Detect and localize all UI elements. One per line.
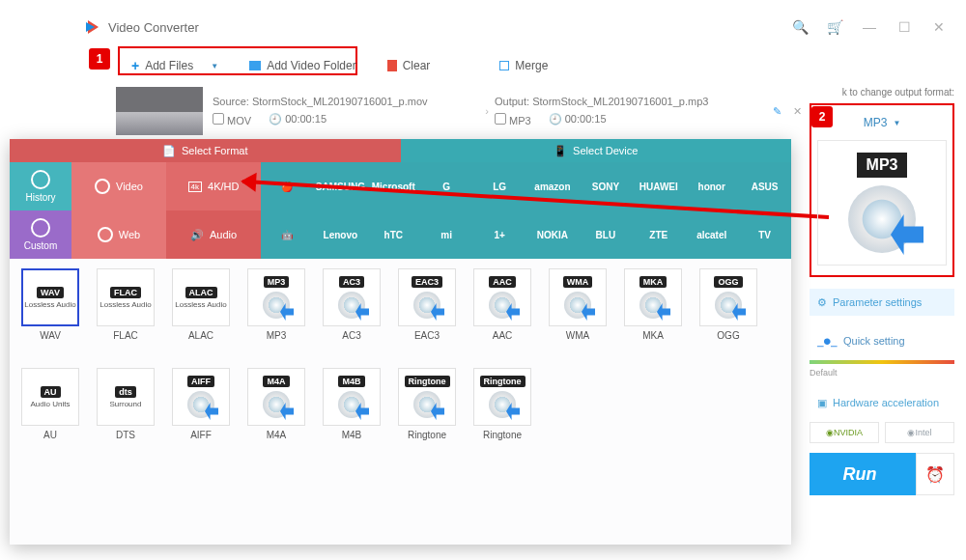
merge-label: Merge bbox=[515, 59, 548, 72]
brand-item[interactable]: 1+ bbox=[473, 230, 526, 240]
tab-select-device[interactable]: 📱 Select Device bbox=[401, 139, 792, 162]
brand-item[interactable]: ASUS bbox=[738, 182, 791, 192]
add-folder-button[interactable]: Add Video Folder bbox=[234, 48, 372, 83]
history-icon bbox=[31, 170, 50, 189]
trash-icon bbox=[387, 60, 397, 71]
sidebar-history[interactable]: History bbox=[10, 162, 71, 210]
default-label: Default bbox=[810, 368, 954, 378]
source-label: Source: StormStock_ML20190716001_p.mov bbox=[213, 96, 479, 107]
annotation-marker-1: 1 bbox=[89, 48, 110, 70]
format-item-mp3[interactable]: MP3MP3 bbox=[245, 268, 307, 341]
add-folder-label: Add Video Folder bbox=[267, 59, 356, 72]
app-title: Video Converter bbox=[108, 20, 782, 35]
brand-item[interactable]: hTC bbox=[367, 230, 420, 240]
output-label: Output: StormStock_ML20190716001_p.mp3 bbox=[495, 96, 761, 107]
format-item-m4b[interactable]: M4BM4B bbox=[321, 368, 383, 440]
format-item-wav[interactable]: WAVLossless AudioWAV bbox=[19, 268, 81, 341]
format-item-alac[interactable]: ALACLossless AudioALAC bbox=[170, 268, 232, 341]
format-item-au[interactable]: AUAudio UnitsAU bbox=[19, 368, 81, 440]
annotation-box-2: MP3 ▼ MP3 bbox=[810, 103, 954, 277]
cat-audio[interactable]: 🔊Audio bbox=[166, 210, 261, 259]
clear-label: Clear bbox=[403, 59, 431, 72]
cat-video[interactable]: Video bbox=[71, 162, 166, 210]
output-format-tile[interactable]: MP3 bbox=[817, 140, 947, 266]
video-thumbnail[interactable] bbox=[116, 87, 203, 135]
brand-item[interactable]: BLU bbox=[579, 230, 632, 240]
run-bar: Run ⏰ bbox=[810, 453, 954, 495]
format-item-ac3[interactable]: AC3AC3 bbox=[321, 268, 383, 341]
brand-item[interactable]: honor bbox=[685, 182, 738, 192]
intel-button[interactable]: ◉ Intel bbox=[885, 422, 954, 443]
format-panel: 📄 Select Format 📱 Select Device History … bbox=[10, 139, 791, 545]
brand-item[interactable]: SONY bbox=[579, 182, 632, 192]
format-item-ringtone[interactable]: RingtoneRingtone bbox=[396, 368, 458, 440]
edit-icon[interactable]: ✎ bbox=[773, 105, 781, 118]
sliders-icon: ⚙ bbox=[817, 296, 827, 309]
quick-setting-button[interactable]: ⎯⬤⎯ Quick setting bbox=[810, 327, 954, 354]
add-files-button[interactable]: + Add Files ▼ bbox=[116, 48, 234, 83]
output-hint: k to change output format: bbox=[810, 87, 954, 98]
brand-item[interactable]: amazon bbox=[526, 182, 580, 192]
brand-item[interactable]: 🤖 bbox=[261, 230, 314, 240]
clear-button[interactable]: Clear bbox=[372, 48, 446, 83]
brand-item[interactable]: Lenovo bbox=[314, 230, 367, 240]
add-files-label: Add Files bbox=[145, 59, 193, 72]
close-button[interactable]: ✕ bbox=[922, 14, 956, 41]
format-item-mka[interactable]: MKAMKA bbox=[622, 268, 684, 341]
format-item-m4a[interactable]: M4AM4A bbox=[245, 368, 307, 440]
speaker-icon: 🔊 bbox=[190, 229, 204, 241]
play-icon bbox=[95, 179, 110, 194]
brand-item[interactable]: ZTE bbox=[632, 230, 685, 240]
format-item-dts[interactable]: dtsSurroundDTS bbox=[95, 368, 156, 440]
gear-icon bbox=[31, 218, 50, 238]
output-format-dropdown[interactable]: MP3 ▼ bbox=[817, 111, 947, 134]
format-icon bbox=[495, 113, 506, 125]
minimize-button[interactable]: — bbox=[852, 14, 887, 41]
format-item-wma[interactable]: WMAWMA bbox=[547, 268, 609, 341]
cart-icon[interactable]: 🛒 bbox=[817, 14, 852, 41]
format-icon bbox=[213, 113, 224, 125]
dropdown-icon[interactable]: ▼ bbox=[211, 62, 218, 70]
sidebar-custom[interactable]: Custom bbox=[10, 210, 71, 259]
parameter-settings-button[interactable]: ⚙ Parameter settings bbox=[810, 289, 954, 316]
titlebar: Video Converter 🔍 🛒 — ☐ ✕ bbox=[85, 14, 956, 41]
brand-item[interactable]: alcatel bbox=[685, 230, 738, 240]
dropdown-icon: ▼ bbox=[893, 119, 900, 127]
merge-button[interactable]: Merge bbox=[484, 48, 563, 83]
main-toolbar: + Add Files ▼ Add Video Folder Clear Mer… bbox=[116, 48, 956, 83]
quality-slider[interactable] bbox=[810, 360, 954, 364]
tab-select-format[interactable]: 📄 Select Format bbox=[10, 139, 401, 162]
folder-icon bbox=[249, 61, 261, 70]
app-icon bbox=[85, 19, 100, 35]
brand-item[interactable]: TV bbox=[738, 230, 791, 240]
chip-icon: ▣ bbox=[817, 397, 827, 409]
brand-item[interactable]: NOKIA bbox=[526, 230, 580, 240]
format-item-ringtone[interactable]: RingtoneRingtone bbox=[471, 368, 533, 440]
format-item-aac[interactable]: AACAAC bbox=[471, 268, 533, 341]
format-item-aiff[interactable]: AIFFAIFF bbox=[170, 368, 232, 440]
format-item-flac[interactable]: FLACLossless AudioFLAC bbox=[95, 268, 156, 341]
4k-icon: 4k bbox=[188, 182, 202, 192]
right-panel: k to change output format: MP3 ▼ MP3 ⚙ P… bbox=[810, 87, 954, 495]
hardware-accel-button[interactable]: ▣ Hardware acceleration bbox=[810, 389, 954, 416]
search-icon[interactable]: 🔍 bbox=[782, 14, 817, 41]
format-grid: WAVLossless AudioWAVFLACLossless AudioFL… bbox=[19, 268, 781, 440]
cat-web[interactable]: Web bbox=[71, 210, 166, 259]
brand-item[interactable]: HUAWEI bbox=[632, 182, 685, 192]
file-row[interactable]: Source: StormStock_ML20190716001_p.mov M… bbox=[116, 87, 802, 135]
merge-icon bbox=[499, 61, 509, 70]
mp3-badge: MP3 bbox=[857, 153, 908, 178]
disc-icon bbox=[848, 185, 916, 253]
run-button[interactable]: Run bbox=[810, 464, 910, 485]
format-item-eac3[interactable]: EAC3EAC3 bbox=[396, 268, 458, 341]
maximize-button[interactable]: ☐ bbox=[887, 14, 922, 41]
remove-icon[interactable]: ✕ bbox=[793, 105, 802, 118]
schedule-button[interactable]: ⏰ bbox=[916, 453, 954, 495]
nvidia-button[interactable]: ◉ NVIDIA bbox=[810, 422, 879, 443]
globe-icon bbox=[98, 227, 113, 242]
chevron-right-icon: › bbox=[479, 87, 495, 135]
brand-item[interactable]: LG bbox=[473, 182, 526, 192]
plus-icon: + bbox=[131, 58, 139, 73]
format-item-ogg[interactable]: OGGOGG bbox=[697, 268, 759, 341]
brand-item[interactable]: mi bbox=[420, 230, 473, 240]
